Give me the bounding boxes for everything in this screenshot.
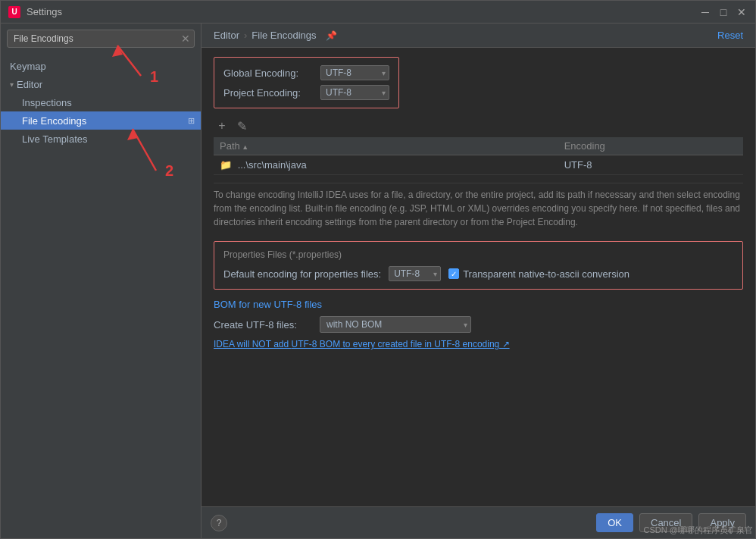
sidebar-item-file-encodings[interactable]: File Encodings ⊞	[1, 111, 201, 130]
project-encoding-label: Project Encoding:	[223, 87, 314, 99]
bom-select[interactable]: with NO BOM with BOM	[320, 316, 471, 333]
encoding-box: Global Encoding: UTF-8 UTF-16 ISO-8859-1…	[214, 57, 399, 108]
idea-note-link[interactable]: UTF-8 BOM	[291, 339, 340, 349]
sidebar-item-label: Keymap	[10, 61, 46, 72]
sidebar-item-label: File Encodings	[22, 115, 86, 127]
pin-indicator: ⊞	[188, 116, 195, 126]
file-encoding-table: Path Encoding 📁 ...\src\main\java UTF-8	[214, 137, 743, 175]
sidebar-item-label: Live Templates	[22, 133, 87, 145]
project-encoding-select[interactable]: UTF-8 UTF-16 ISO-8859-1	[320, 85, 389, 100]
transparent-checkbox[interactable]: ✓	[448, 268, 459, 279]
path-column-header[interactable]: Path	[214, 137, 558, 155]
table-body: 📁 ...\src\main\java UTF-8	[214, 155, 743, 175]
folder-icon: 📁	[220, 159, 232, 171]
properties-encoding-select-wrapper: UTF-8 UTF-16	[389, 266, 441, 281]
settings-window: U Settings ─ □ ✕ ✕ Keymap ▾ Edito	[0, 0, 756, 539]
content-header: Editor › File Encodings 📌 Reset	[201, 24, 755, 48]
description-text: To change encoding IntelliJ IDEA uses fo…	[214, 183, 743, 233]
sidebar-item-keymap[interactable]: Keymap	[1, 57, 201, 75]
content-body: Global Encoding: UTF-8 UTF-16 ISO-8859-1…	[201, 48, 755, 506]
create-utf8-label: Create UTF-8 files:	[214, 319, 312, 331]
maximize-button[interactable]: □	[717, 6, 729, 18]
sidebar-item-label: Inspections	[22, 97, 72, 108]
ok-button[interactable]: OK	[596, 513, 633, 532]
minimize-button[interactable]: ─	[699, 6, 711, 18]
project-encoding-select-wrapper: UTF-8 UTF-16 ISO-8859-1	[320, 85, 389, 100]
table-row[interactable]: 📁 ...\src\main\java UTF-8	[214, 155, 743, 175]
pin-icon[interactable]: 📌	[326, 30, 337, 41]
transparent-checkbox-wrapper[interactable]: ✓ Transparent native-to-ascii conversion	[448, 268, 629, 280]
global-encoding-label: Global Encoding:	[223, 67, 314, 79]
cancel-button[interactable]: Cancel	[639, 513, 692, 532]
idea-note-suffix: to every created file in UTF-8 encoding …	[340, 339, 509, 349]
sidebar-tree: Keymap ▾ Editor Inspections File Encodin…	[1, 54, 201, 538]
global-encoding-select[interactable]: UTF-8 UTF-16 ISO-8859-1	[320, 65, 389, 80]
window-title: Settings	[27, 6, 62, 17]
idea-note-prefix: IDEA will NOT add	[214, 339, 291, 349]
search-input[interactable]	[7, 30, 195, 48]
search-box: ✕	[7, 30, 195, 48]
path-value: ...\src\main\java	[238, 159, 307, 171]
project-encoding-row: Project Encoding: UTF-8 UTF-16 ISO-8859-…	[223, 85, 389, 100]
properties-row: Default encoding for properties files: U…	[223, 266, 733, 281]
encoding-column-header[interactable]: Encoding	[558, 137, 743, 155]
close-button[interactable]: ✕	[736, 6, 748, 18]
global-encoding-row: Global Encoding: UTF-8 UTF-16 ISO-8859-1	[223, 65, 389, 80]
sidebar: ✕ Keymap ▾ Editor Inspections File En	[1, 24, 201, 538]
bom-create-row: Create UTF-8 files: with NO BOM with BOM	[214, 316, 743, 333]
breadcrumb-parent: Editor	[214, 30, 239, 41]
bom-title: BOM for new UTF-8 files	[214, 299, 743, 310]
sidebar-item-label: Editor	[17, 79, 42, 90]
global-encoding-select-wrapper: UTF-8 UTF-16 ISO-8859-1	[320, 65, 389, 80]
tree-arrow-icon: ▾	[10, 80, 14, 89]
properties-title: Properties Files (*.properties)	[223, 249, 733, 260]
main-layout: ✕ Keymap ▾ Editor Inspections File En	[1, 24, 755, 538]
transparent-checkbox-label: Transparent native-to-ascii conversion	[463, 268, 629, 280]
default-encoding-label: Default encoding for properties files:	[223, 268, 381, 280]
window-controls: ─ □ ✕	[699, 6, 748, 18]
path-cell: 📁 ...\src\main\java	[214, 155, 558, 175]
idea-note: IDEA will NOT add UTF-8 BOM to every cre…	[214, 339, 743, 349]
breadcrumb: Editor › File Encodings 📌	[214, 30, 337, 41]
footer: ? OK Cancel Apply	[201, 506, 755, 538]
bom-select-wrapper: with NO BOM with BOM	[320, 316, 471, 333]
apply-button[interactable]: Apply	[698, 513, 746, 532]
content-area: Editor › File Encodings 📌 Reset Global E…	[201, 24, 755, 538]
help-button[interactable]: ?	[211, 515, 227, 531]
reset-button[interactable]: Reset	[717, 30, 743, 41]
table-header: Path Encoding	[214, 137, 743, 155]
search-clear-icon[interactable]: ✕	[181, 33, 190, 45]
bom-section: BOM for new UTF-8 files Create UTF-8 fil…	[214, 299, 743, 349]
app-icon: U	[8, 6, 20, 18]
breadcrumb-separator: ›	[244, 30, 247, 41]
sidebar-item-editor[interactable]: ▾ Editor	[1, 75, 201, 93]
properties-box: Properties Files (*.properties) Default …	[214, 241, 743, 290]
table-toolbar: + ✎	[214, 118, 743, 134]
add-button[interactable]: +	[214, 118, 230, 134]
titlebar: U Settings ─ □ ✕	[1, 1, 755, 24]
sidebar-item-inspections[interactable]: Inspections	[1, 93, 201, 111]
encoding-cell: UTF-8	[558, 155, 743, 175]
sidebar-item-live-templates[interactable]: Live Templates	[1, 130, 201, 148]
properties-encoding-select[interactable]: UTF-8 UTF-16	[389, 266, 441, 281]
edit-button[interactable]: ✎	[233, 118, 250, 134]
breadcrumb-current: File Encodings	[251, 30, 316, 41]
